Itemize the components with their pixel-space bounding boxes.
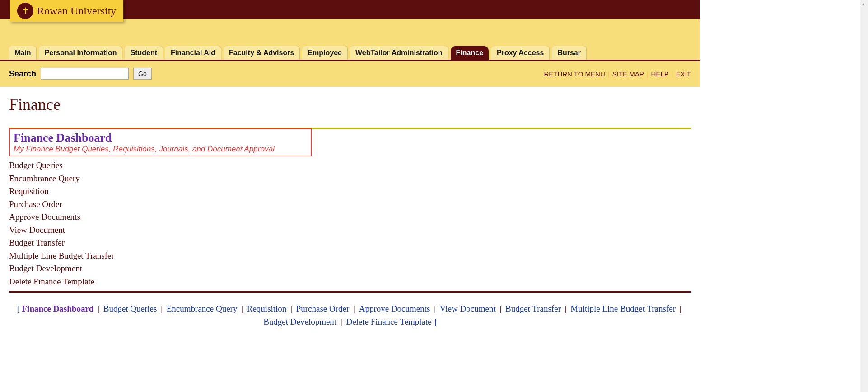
- footer-link-multiple-line-budget-transfer[interactable]: Multiple Line Budget Transfer: [570, 304, 676, 313]
- top-link-exit[interactable]: EXIT: [676, 70, 691, 78]
- footer-link-view-document[interactable]: View Document: [440, 304, 496, 313]
- menu-item-budget-transfer[interactable]: Budget Transfer: [9, 236, 691, 250]
- tab-employee[interactable]: Employee: [302, 46, 347, 60]
- tab-finance[interactable]: Finance: [451, 46, 489, 60]
- page-title: Finance: [9, 95, 691, 114]
- finance-dashboard-desc: My Finance Budget Queries, Requisitions,…: [14, 145, 307, 154]
- tab-faculty-advisors[interactable]: Faculty & Advisors: [224, 46, 299, 60]
- footer-link-delete-finance-template[interactable]: Delete Finance Template: [346, 317, 431, 326]
- tab-student[interactable]: Student: [125, 46, 163, 60]
- menu-list: Budget QueriesEncumbrance QueryRequisiti…: [9, 159, 691, 288]
- menu-item-purchase-order[interactable]: Purchase Order: [9, 198, 691, 211]
- menu-item-budget-queries[interactable]: Budget Queries: [9, 159, 691, 172]
- tab-personal-information[interactable]: Personal Information: [39, 46, 122, 60]
- top-link-help[interactable]: HELP: [651, 70, 669, 78]
- footer-link-finance-dashboard[interactable]: Finance Dashboard: [22, 304, 94, 313]
- footer-link-budget-development[interactable]: Budget Development: [263, 317, 336, 326]
- divider: [9, 291, 691, 293]
- footer-link-budget-queries[interactable]: Budget Queries: [103, 304, 157, 313]
- search-input[interactable]: [41, 68, 129, 80]
- footer-link-encumbrance-query[interactable]: Encumbrance Query: [167, 304, 238, 313]
- finance-dashboard-highlight: Finance Dashboard My Finance Budget Quer…: [9, 128, 312, 156]
- search-row: Search Go RETURN TO MENU|SITE MAP|HELP|E…: [0, 61, 700, 87]
- logo[interactable]: ✝ Rowan University: [10, 0, 123, 22]
- top-link-site-map[interactable]: SITE MAP: [612, 70, 644, 78]
- menu-item-view-document[interactable]: View Document: [9, 224, 691, 237]
- footer-link-budget-transfer[interactable]: Budget Transfer: [505, 304, 561, 313]
- footer-link-purchase-order[interactable]: Purchase Order: [296, 304, 350, 313]
- nav-bar: MainPersonal InformationStudentFinancial…: [0, 46, 700, 61]
- tab-bursar[interactable]: Bursar: [552, 46, 586, 60]
- menu-item-encumbrance-query[interactable]: Encumbrance Query: [9, 172, 691, 185]
- tab-financial-aid[interactable]: Financial Aid: [165, 46, 221, 60]
- tab-main[interactable]: Main: [9, 46, 36, 60]
- menu-item-multiple-line-budget-transfer[interactable]: Multiple Line Budget Transfer: [9, 250, 691, 263]
- logo-text: Rowan University: [37, 5, 116, 17]
- menu-item-budget-development[interactable]: Budget Development: [9, 262, 691, 275]
- top-link-return-to-menu[interactable]: RETURN TO MENU: [544, 70, 605, 78]
- menu-item-delete-finance-template[interactable]: Delete Finance Template: [9, 275, 691, 288]
- search-label: Search: [9, 69, 36, 79]
- torch-icon: ✝: [17, 3, 33, 19]
- menu-item-approve-documents[interactable]: Approve Documents: [9, 211, 691, 224]
- header-mid: [0, 19, 700, 46]
- tab-webtailor-administration[interactable]: WebTailor Administration: [350, 46, 448, 60]
- go-button[interactable]: Go: [133, 68, 152, 80]
- top-links: RETURN TO MENU|SITE MAP|HELP|EXIT: [544, 70, 691, 78]
- finance-dashboard-link[interactable]: Finance Dashboard: [14, 131, 307, 145]
- menu-item-requisition[interactable]: Requisition: [9, 185, 691, 198]
- tab-proxy-access[interactable]: Proxy Access: [491, 46, 549, 60]
- footer-link-approve-documents[interactable]: Approve Documents: [359, 304, 430, 313]
- footer-link-requisition[interactable]: Requisition: [247, 304, 287, 313]
- footer-links: [ Finance Dashboard | Budget Queries | E…: [0, 297, 700, 334]
